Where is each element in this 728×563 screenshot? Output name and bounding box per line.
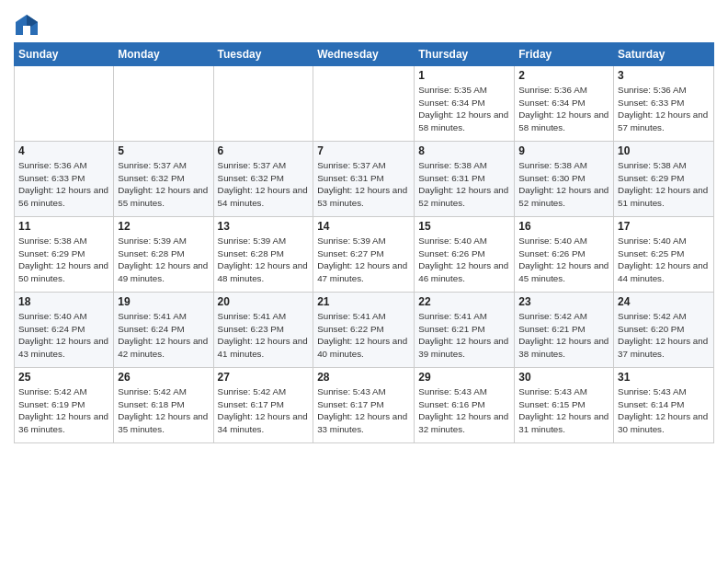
day-number: 25 [18,371,109,384]
page: SundayMondayTuesdayWednesdayThursdayFrid… [0,0,728,453]
calendar-cell: 30Sunrise: 5:43 AM Sunset: 6:15 PM Dayli… [515,368,614,443]
cell-info: Sunrise: 5:38 AM Sunset: 6:29 PM Dayligh… [618,159,710,210]
calendar-cell: 9Sunrise: 5:38 AM Sunset: 6:30 PM Daylig… [515,142,614,217]
calendar-cell: 22Sunrise: 5:41 AM Sunset: 6:21 PM Dayli… [415,293,515,368]
cell-info: Sunrise: 5:43 AM Sunset: 6:17 PM Dayligh… [317,385,410,436]
day-number: 27 [218,371,310,384]
cell-info: Sunrise: 5:38 AM Sunset: 6:31 PM Dayligh… [418,159,510,210]
cell-info: Sunrise: 5:41 AM Sunset: 6:23 PM Dayligh… [218,310,310,361]
cell-info: Sunrise: 5:39 AM Sunset: 6:28 PM Dayligh… [218,235,310,285]
calendar-cell: 18Sunrise: 5:40 AM Sunset: 6:24 PM Dayli… [15,293,114,368]
cell-info: Sunrise: 5:41 AM Sunset: 6:22 PM Dayligh… [317,310,410,361]
day-number: 28 [317,371,410,384]
calendar-cell [213,66,313,142]
day-number: 24 [618,295,710,308]
cell-info: Sunrise: 5:42 AM Sunset: 6:19 PM Dayligh… [18,385,109,436]
cell-info: Sunrise: 5:41 AM Sunset: 6:21 PM Dayligh… [418,310,510,361]
header-cell-tuesday: Tuesday [213,43,313,66]
header-cell-saturday: Saturday [614,43,714,66]
header-cell-monday: Monday [114,43,213,66]
calendar-cell: 28Sunrise: 5:43 AM Sunset: 6:17 PM Dayli… [313,368,415,443]
cell-info: Sunrise: 5:36 AM Sunset: 6:33 PM Dayligh… [18,159,109,210]
calendar-cell: 23Sunrise: 5:42 AM Sunset: 6:21 PM Dayli… [515,293,614,368]
header-cell-sunday: Sunday [15,43,114,66]
calendar-cell: 31Sunrise: 5:43 AM Sunset: 6:14 PM Dayli… [614,368,714,443]
header [14,9,714,39]
day-number: 7 [317,144,410,157]
calendar-cell: 13Sunrise: 5:39 AM Sunset: 6:28 PM Dayli… [213,217,313,293]
calendar-cell: 26Sunrise: 5:42 AM Sunset: 6:18 PM Dayli… [114,368,213,443]
calendar-cell: 14Sunrise: 5:39 AM Sunset: 6:27 PM Dayli… [313,217,415,293]
cell-info: Sunrise: 5:42 AM Sunset: 6:20 PM Dayligh… [618,310,710,361]
cell-info: Sunrise: 5:36 AM Sunset: 6:34 PM Dayligh… [518,84,609,134]
calendar-cell: 1Sunrise: 5:35 AM Sunset: 6:34 PM Daylig… [415,66,515,142]
day-number: 29 [418,371,510,384]
calendar-cell: 19Sunrise: 5:41 AM Sunset: 6:24 PM Dayli… [114,293,213,368]
day-number: 22 [418,295,510,308]
day-number: 14 [317,220,410,233]
day-number: 31 [618,371,710,384]
cell-info: Sunrise: 5:37 AM Sunset: 6:31 PM Dayligh… [317,159,410,210]
calendar-cell: 21Sunrise: 5:41 AM Sunset: 6:22 PM Dayli… [313,293,415,368]
calendar-cell: 7Sunrise: 5:37 AM Sunset: 6:31 PM Daylig… [313,142,415,217]
cell-info: Sunrise: 5:42 AM Sunset: 6:18 PM Dayligh… [118,385,209,436]
cell-info: Sunrise: 5:38 AM Sunset: 6:30 PM Dayligh… [518,159,609,210]
day-number: 10 [618,144,710,157]
day-number: 23 [518,295,609,308]
header-cell-wednesday: Wednesday [313,43,415,66]
calendar-cell: 29Sunrise: 5:43 AM Sunset: 6:16 PM Dayli… [415,368,515,443]
calendar-week-row: 18Sunrise: 5:40 AM Sunset: 6:24 PM Dayli… [15,293,714,368]
cell-info: Sunrise: 5:43 AM Sunset: 6:14 PM Dayligh… [618,385,710,436]
calendar-cell: 2Sunrise: 5:36 AM Sunset: 6:34 PM Daylig… [515,66,614,142]
calendar-cell: 20Sunrise: 5:41 AM Sunset: 6:23 PM Dayli… [213,293,313,368]
logo [14,13,43,39]
calendar-cell: 8Sunrise: 5:38 AM Sunset: 6:31 PM Daylig… [415,142,515,217]
calendar-cell [313,66,415,142]
day-number: 13 [218,220,310,233]
calendar-cell: 3Sunrise: 5:36 AM Sunset: 6:33 PM Daylig… [614,66,714,142]
calendar-cell [15,66,114,142]
day-number: 30 [518,371,609,384]
svg-rect-2 [23,26,30,35]
header-cell-friday: Friday [515,43,614,66]
day-number: 1 [418,69,510,82]
day-number: 26 [118,371,209,384]
calendar-table: SundayMondayTuesdayWednesdayThursdayFrid… [14,42,714,443]
calendar-week-row: 25Sunrise: 5:42 AM Sunset: 6:19 PM Dayli… [15,368,714,443]
header-cell-thursday: Thursday [415,43,515,66]
day-number: 16 [518,220,609,233]
day-number: 5 [118,144,209,157]
day-number: 20 [218,295,310,308]
calendar-cell [114,66,213,142]
day-number: 17 [618,220,710,233]
cell-info: Sunrise: 5:42 AM Sunset: 6:17 PM Dayligh… [218,385,310,436]
cell-info: Sunrise: 5:42 AM Sunset: 6:21 PM Dayligh… [518,310,609,361]
day-number: 9 [518,144,609,157]
calendar-cell: 24Sunrise: 5:42 AM Sunset: 6:20 PM Dayli… [614,293,714,368]
calendar-header-row: SundayMondayTuesdayWednesdayThursdayFrid… [15,43,714,66]
calendar-week-row: 11Sunrise: 5:38 AM Sunset: 6:29 PM Dayli… [15,217,714,293]
day-number: 11 [18,220,109,233]
cell-info: Sunrise: 5:35 AM Sunset: 6:34 PM Dayligh… [418,84,510,134]
cell-info: Sunrise: 5:43 AM Sunset: 6:16 PM Dayligh… [418,385,510,436]
calendar-cell: 4Sunrise: 5:36 AM Sunset: 6:33 PM Daylig… [15,142,114,217]
day-number: 18 [18,295,109,308]
cell-info: Sunrise: 5:41 AM Sunset: 6:24 PM Dayligh… [118,310,209,361]
calendar-cell: 17Sunrise: 5:40 AM Sunset: 6:25 PM Dayli… [614,217,714,293]
calendar-cell: 27Sunrise: 5:42 AM Sunset: 6:17 PM Dayli… [213,368,313,443]
cell-info: Sunrise: 5:40 AM Sunset: 6:26 PM Dayligh… [518,235,609,285]
cell-info: Sunrise: 5:38 AM Sunset: 6:29 PM Dayligh… [18,235,109,285]
calendar-cell: 12Sunrise: 5:39 AM Sunset: 6:28 PM Dayli… [114,217,213,293]
cell-info: Sunrise: 5:40 AM Sunset: 6:25 PM Dayligh… [618,235,710,285]
day-number: 6 [218,144,310,157]
day-number: 3 [618,69,710,82]
cell-info: Sunrise: 5:39 AM Sunset: 6:27 PM Dayligh… [317,235,410,285]
cell-info: Sunrise: 5:43 AM Sunset: 6:15 PM Dayligh… [518,385,609,436]
cell-info: Sunrise: 5:37 AM Sunset: 6:32 PM Dayligh… [218,159,310,210]
cell-info: Sunrise: 5:39 AM Sunset: 6:28 PM Dayligh… [118,235,209,285]
calendar-cell: 10Sunrise: 5:38 AM Sunset: 6:29 PM Dayli… [614,142,714,217]
calendar-cell: 16Sunrise: 5:40 AM Sunset: 6:26 PM Dayli… [515,217,614,293]
day-number: 15 [418,220,510,233]
calendar-cell: 15Sunrise: 5:40 AM Sunset: 6:26 PM Dayli… [415,217,515,293]
day-number: 4 [18,144,109,157]
